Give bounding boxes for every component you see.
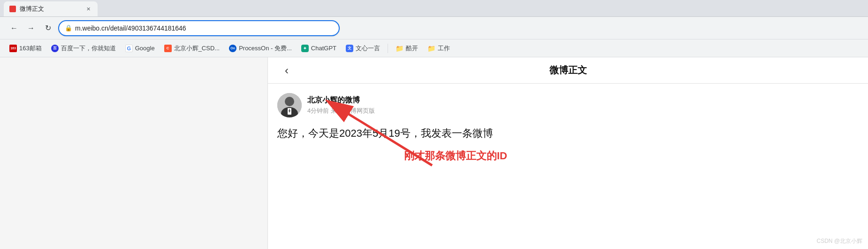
post-area: 北京小辉的微博 4分钟前 来自 微博网页版 您好，今天是2023年5月19号，我…	[268, 84, 868, 249]
avatar-svg	[277, 93, 302, 117]
bookmark-chatgpt-icon: ✦	[301, 45, 309, 52]
page-title: 微博正文	[549, 64, 587, 77]
bookmark-wenxin[interactable]: 文 文心一言	[342, 42, 384, 54]
active-tab[interactable]: 微博正文 ✕	[4, 1, 98, 16]
author-info: 北京小辉的微博 4分钟前 来自 微博网页版	[307, 95, 375, 115]
lock-icon: 🔒	[65, 24, 72, 31]
bookmark-kukai[interactable]: 📁 酷开	[392, 42, 422, 54]
bookmark-separator	[388, 44, 388, 53]
bookmark-163[interactable]: 163 163邮箱	[6, 42, 46, 54]
tab-favicon	[9, 6, 16, 12]
post-content: 您好，今天是2023年5月19号，我发表一条微博	[277, 125, 859, 141]
bookmark-kukai-label: 酷开	[406, 44, 418, 53]
left-sidebar	[0, 57, 267, 249]
bookmark-kukai-icon: 📁	[396, 45, 404, 52]
address-text: m.weibo.cn/detail/4903136744181646	[75, 24, 333, 32]
bookmark-163-icon: 163	[9, 45, 17, 52]
bookmark-work[interactable]: 📁 工作	[424, 42, 454, 54]
bookmark-csdn[interactable]: C 北京小辉_CSD...	[160, 42, 224, 54]
bookmark-work-label: 工作	[438, 44, 450, 53]
bookmark-google[interactable]: G Google	[122, 43, 159, 54]
post-author-row: 北京小辉的微博 4分钟前 来自 微博网页版	[277, 93, 859, 117]
watermark: CSDN @北京小辉	[816, 237, 862, 245]
forward-button[interactable]: →	[24, 22, 38, 35]
bookmark-baidu[interactable]: 百 百度一下，你就知道	[47, 42, 120, 54]
bookmark-chatgpt-label: ChatGPT	[311, 45, 336, 52]
bookmark-processon[interactable]: On ProcessOn - 免费...	[225, 42, 296, 54]
bookmarks-bar: 163 163邮箱 百 百度一下，你就知道 G Google C 北京小辉_CS…	[0, 39, 868, 57]
main-content: ‹ 微博正文	[0, 57, 868, 249]
right-panel: ‹ 微博正文	[267, 57, 868, 249]
bookmark-wenxin-label: 文心一言	[356, 44, 380, 53]
bookmark-google-icon: G	[125, 45, 133, 52]
svg-point-1	[285, 97, 294, 106]
right-header: ‹ 微博正文	[268, 57, 868, 84]
tab-close-button[interactable]: ✕	[84, 5, 92, 13]
bookmark-processon-label: ProcessOn - 免费...	[239, 44, 292, 53]
bookmark-google-label: Google	[135, 45, 155, 52]
bookmark-wenxin-icon: 文	[346, 45, 353, 52]
back-button[interactable]: ←	[8, 22, 21, 35]
address-bar[interactable]: 🔒 m.weibo.cn/detail/4903136744181646	[58, 20, 340, 36]
bookmark-work-icon: 📁	[427, 45, 435, 52]
bookmark-163-label: 163邮箱	[19, 44, 42, 53]
tab-label: 微博正文	[20, 5, 81, 13]
back-button-page[interactable]: ‹	[277, 61, 296, 80]
post-meta: 4分钟前 来自 微博网页版	[307, 107, 375, 115]
address-bar-container: 🔒 m.weibo.cn/detail/4903136744181646	[58, 20, 340, 36]
reload-button[interactable]: ↻	[41, 22, 54, 35]
tab-bar: 微博正文 ✕	[0, 0, 868, 17]
bookmark-baidu-icon: 百	[51, 45, 59, 52]
avatar	[277, 93, 302, 117]
author-name: 北京小辉的微博	[307, 95, 375, 105]
nav-bar: ← → ↻ 🔒 m.weibo.cn/detail/49031367441816…	[0, 17, 868, 39]
bookmark-csdn-icon: C	[164, 45, 172, 52]
bookmark-csdn-label: 北京小辉_CSD...	[174, 44, 220, 53]
bookmark-processon-icon: On	[229, 45, 236, 52]
bookmark-chatgpt[interactable]: ✦ ChatGPT	[297, 43, 340, 54]
bookmark-baidu-label: 百度一下，你就知道	[61, 44, 116, 53]
